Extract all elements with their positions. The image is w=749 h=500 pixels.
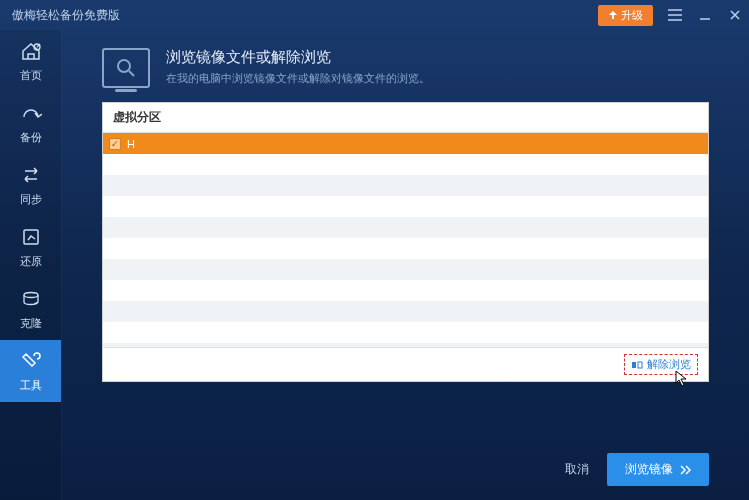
- page-title: 浏览镜像文件或解除浏览: [166, 48, 430, 67]
- list-item: [103, 280, 708, 301]
- sidebar-item-tools[interactable]: 工具: [0, 340, 61, 402]
- list-item-label: H: [127, 138, 135, 150]
- magnifier-icon: [115, 57, 137, 79]
- svg-rect-5: [638, 362, 642, 368]
- sidebar-item-sync[interactable]: 同步: [0, 154, 61, 216]
- list-item: [103, 154, 708, 175]
- checkbox-icon[interactable]: ✓: [109, 138, 121, 150]
- window-controls: [667, 7, 743, 23]
- list-item: [103, 238, 708, 259]
- page-subtitle: 在我的电脑中浏览镜像文件或解除对镜像文件的浏览。: [166, 71, 430, 86]
- close-button[interactable]: [727, 7, 743, 23]
- svg-point-2: [24, 292, 38, 297]
- bottom-bar: 取消 浏览镜像: [565, 453, 709, 486]
- list-item: [103, 175, 708, 196]
- list-item: [103, 217, 708, 238]
- remove-browse-button[interactable]: 解除浏览: [624, 354, 698, 375]
- list-item: [103, 322, 708, 343]
- sidebar-item-label: 首页: [20, 68, 42, 83]
- partition-panel: 虚拟分区 ✓ H 解除浏览: [102, 102, 709, 382]
- upgrade-button[interactable]: 升级: [598, 5, 653, 26]
- panel-header: 虚拟分区: [103, 103, 708, 133]
- content-area: 浏览镜像文件或解除浏览 在我的电脑中浏览镜像文件或解除对镜像文件的浏览。 虚拟分…: [62, 30, 749, 500]
- svg-point-3: [118, 60, 130, 72]
- browse-image-button[interactable]: 浏览镜像: [607, 453, 709, 486]
- partition-list[interactable]: ✓ H: [103, 133, 708, 347]
- backup-icon: [20, 102, 42, 124]
- tools-icon: [20, 350, 42, 372]
- home-icon: [20, 40, 42, 62]
- primary-label: 浏览镜像: [625, 461, 673, 478]
- sidebar-item-home[interactable]: 首页: [0, 30, 61, 92]
- cancel-button[interactable]: 取消: [565, 461, 589, 478]
- upgrade-icon: [608, 10, 618, 20]
- sidebar-item-restore[interactable]: 还原: [0, 216, 61, 278]
- restore-icon: [20, 226, 42, 248]
- minimize-button[interactable]: [697, 7, 713, 23]
- app-title: 傲梅轻松备份免费版: [12, 7, 598, 24]
- upgrade-label: 升级: [621, 8, 643, 23]
- remove-icon: [631, 360, 643, 370]
- list-item: [103, 259, 708, 280]
- titlebar: 傲梅轻松备份免费版 升级: [0, 0, 749, 30]
- menu-icon: [668, 9, 682, 21]
- sidebar-item-label: 备份: [20, 130, 42, 145]
- sidebar-item-label: 同步: [20, 192, 42, 207]
- svg-rect-4: [632, 362, 636, 368]
- list-item: [103, 301, 708, 322]
- sidebar-item-label: 工具: [20, 378, 42, 393]
- page-icon: [102, 48, 150, 88]
- sidebar-item-label: 还原: [20, 254, 42, 269]
- sidebar: 首页 备份 同步 还原 克隆: [0, 30, 62, 500]
- chevron-right-icon: [679, 465, 691, 475]
- cursor-icon: [675, 370, 689, 388]
- remove-label: 解除浏览: [647, 357, 691, 372]
- list-item: [103, 196, 708, 217]
- sidebar-item-backup[interactable]: 备份: [0, 92, 61, 154]
- clone-icon: [20, 288, 42, 310]
- sync-icon: [20, 164, 42, 186]
- menu-button[interactable]: [667, 7, 683, 23]
- list-item[interactable]: ✓ H: [103, 133, 708, 154]
- close-icon: [729, 9, 741, 21]
- minimize-icon: [699, 9, 711, 21]
- sidebar-item-clone[interactable]: 克隆: [0, 278, 61, 340]
- sidebar-item-label: 克隆: [20, 316, 42, 331]
- panel-footer: 解除浏览: [103, 347, 708, 381]
